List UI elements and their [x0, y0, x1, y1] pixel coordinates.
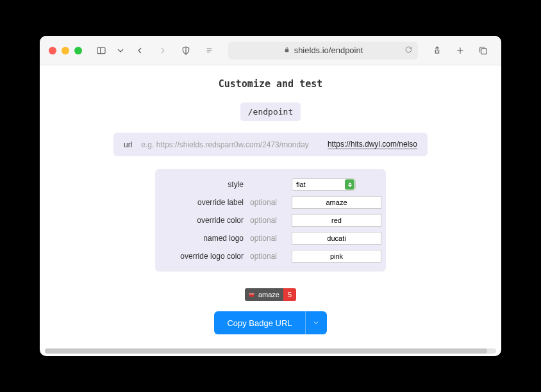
badge: amaze 5	[245, 288, 296, 301]
override-label-label: override label	[167, 198, 244, 207]
close-window-button[interactable]	[49, 47, 56, 54]
address-text: shields.io/endpoint	[294, 45, 363, 55]
optional-hint: optional	[250, 252, 285, 261]
sidebar-toggle-button[interactable]	[92, 42, 110, 59]
override-color-label: override color	[167, 216, 244, 225]
back-button[interactable]	[131, 42, 149, 59]
named-logo-input[interactable]	[292, 232, 381, 245]
tab-overview-button[interactable]	[474, 42, 492, 59]
zoom-window-button[interactable]	[74, 47, 82, 54]
privacy-shield-icon[interactable]	[177, 42, 195, 59]
forward-button[interactable]	[154, 42, 172, 59]
copy-badge-url-button[interactable]: Copy Badge URL	[214, 311, 326, 334]
page-content: Customize and test /endpoint url e.g. ht…	[40, 65, 501, 356]
svg-rect-0	[97, 47, 105, 53]
style-label: style	[167, 180, 244, 189]
override-logo-color-input[interactable]	[292, 250, 381, 263]
badge-message: 5	[283, 288, 296, 301]
share-button[interactable]	[428, 42, 446, 59]
address-bar[interactable]: shields.io/endpoint	[228, 42, 418, 60]
browser-window: shields.io/endpoint Customize and test /…	[40, 36, 501, 356]
style-select[interactable]: flat	[292, 178, 356, 191]
url-input-row: url e.g. https://shields.redsparr0w.com/…	[113, 133, 428, 156]
url-placeholder: e.g. https://shields.redsparr0w.com/2473…	[141, 140, 319, 149]
svg-rect-10	[481, 48, 487, 54]
new-tab-button[interactable]	[451, 42, 469, 59]
optional-hint: optional	[250, 234, 285, 243]
optional-hint: optional	[250, 198, 285, 207]
named-logo-label: named logo	[167, 234, 244, 243]
horizontal-scrollbar[interactable]	[45, 348, 496, 354]
badge-preview: amaze 5	[40, 288, 501, 301]
options-panel: style flat override label optional overr…	[155, 169, 386, 272]
copy-button-label: Copy Badge URL	[214, 311, 304, 334]
window-controls	[49, 47, 82, 54]
reload-button[interactable]	[404, 45, 413, 56]
override-label-input[interactable]	[292, 196, 381, 209]
page-title: Customize and test	[40, 78, 501, 90]
lock-icon	[283, 45, 290, 55]
optional-hint: optional	[250, 216, 285, 225]
chevron-down-icon	[312, 319, 320, 327]
override-color-input[interactable]	[292, 214, 381, 227]
titlebar: shields.io/endpoint	[40, 36, 501, 65]
reader-mode-icon[interactable]	[200, 42, 218, 59]
url-input[interactable]: https://hits.dwyl.com/nelso	[328, 140, 417, 149]
svg-rect-6	[285, 49, 288, 52]
url-label: url	[124, 140, 132, 149]
minimize-window-button[interactable]	[62, 47, 69, 54]
override-logo-color-label: override logo color	[167, 252, 244, 261]
badge-label: amaze	[258, 288, 279, 301]
tab-group-dropdown[interactable]	[115, 42, 126, 59]
endpoint-chip: /endpoint	[240, 102, 301, 121]
copy-dropdown-button[interactable]	[305, 311, 327, 334]
ducati-logo-icon	[247, 291, 256, 299]
scrollbar-thumb[interactable]	[45, 348, 487, 354]
